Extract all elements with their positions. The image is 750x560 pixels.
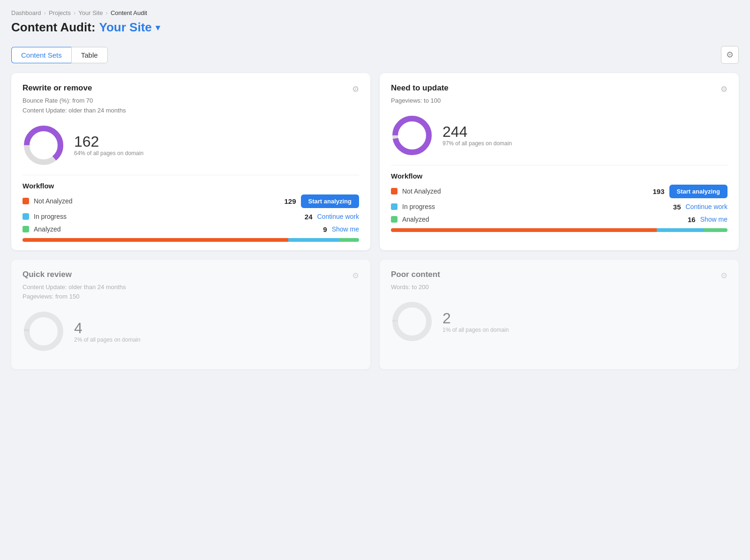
- wf-count-rewrite-or-remove-0: 129: [281, 197, 296, 205]
- wf-count-rewrite-or-remove-2: 9: [312, 225, 327, 233]
- card-desc-need-to-update: Pageviews: to 100: [391, 96, 728, 106]
- site-dropdown-chevron[interactable]: ▾: [156, 22, 160, 33]
- tab-content-sets[interactable]: Content Sets: [11, 47, 71, 63]
- wf-action-link-need-to-update-1[interactable]: Continue work: [686, 203, 728, 210]
- card-rewrite-or-remove: Rewrite or remove ⚙ Bounce Rate (%): fro…: [11, 73, 370, 250]
- donut-need-to-update: [391, 114, 433, 157]
- wf-count-need-to-update-2: 16: [681, 216, 696, 224]
- tab-table[interactable]: Table: [71, 47, 108, 63]
- workflow-row-rewrite-or-remove-1: In progress24Continue work: [22, 213, 359, 221]
- card-title-quick-review: Quick review: [22, 270, 72, 279]
- svg-point-4: [27, 314, 60, 348]
- start-analyzing-btn-need-to-update[interactable]: Start analyzing: [669, 185, 728, 198]
- stat-number-need-to-update: 244: [442, 124, 512, 140]
- stat-number-poor-content: 2: [442, 310, 509, 327]
- wf-label-need-to-update-2: Analyzed: [402, 216, 676, 223]
- start-analyzing-btn-rewrite-or-remove[interactable]: Start analyzing: [301, 194, 359, 208]
- workflow-row-need-to-update-1: In progress35Continue work: [391, 203, 728, 211]
- card-settings-icon-need-to-update[interactable]: ⚙: [720, 84, 728, 94]
- card-desc-poor-content: Words: to 200: [391, 283, 728, 292]
- wf-label-need-to-update-0: Not Analyzed: [402, 187, 645, 195]
- svg-point-6: [395, 305, 429, 338]
- breadcrumb-current: Content Audit: [111, 9, 147, 16]
- card-desc-quick-review: Content Update: older than 24 monthsPage…: [22, 283, 359, 302]
- stat-sub-quick-review: 2% of all pages on domain: [74, 336, 140, 343]
- progress-bar-need-to-update: [391, 228, 728, 232]
- card-title-need-to-update: Need to update: [391, 83, 449, 93]
- wf-label-rewrite-or-remove-0: Not Analyzed: [34, 197, 277, 205]
- tabs-row: Content Sets Table ⚙: [11, 46, 739, 64]
- wf-action-link-rewrite-or-remove-2[interactable]: Show me: [332, 225, 359, 233]
- pb-red-rewrite-or-remove: [22, 238, 288, 242]
- donut-quick-review: [22, 310, 65, 352]
- pb-green-need-to-update: [704, 228, 728, 232]
- wf-count-rewrite-or-remove-1: 24: [298, 213, 313, 221]
- card-settings-icon-poor-content[interactable]: ⚙: [720, 271, 728, 281]
- breadcrumb-dashboard[interactable]: Dashboard: [11, 9, 41, 16]
- workflow-row-rewrite-or-remove-2: Analyzed9Show me: [22, 225, 359, 233]
- pb-blue-rewrite-or-remove: [288, 238, 339, 242]
- breadcrumb-yoursite[interactable]: Your Site: [78, 9, 103, 16]
- wf-dot-need-to-update-1: [391, 203, 398, 210]
- settings-icon: ⚙: [726, 50, 734, 60]
- tab-group: Content Sets Table: [11, 47, 108, 63]
- stat-number-quick-review: 4: [74, 320, 140, 336]
- wf-dot-rewrite-or-remove-0: [22, 198, 29, 204]
- pb-blue-need-to-update: [657, 228, 704, 232]
- card-desc-rewrite-or-remove: Bounce Rate (%): from 70Content Update: …: [22, 96, 359, 116]
- stat-sub-need-to-update: 97% of all pages on domain: [442, 140, 512, 147]
- wf-count-need-to-update-0: 193: [650, 187, 665, 195]
- stat-sub-rewrite-or-remove: 64% of all pages on domain: [74, 150, 143, 157]
- stat-number-rewrite-or-remove: 162: [74, 134, 143, 150]
- page-title: Content Audit: Your Site ▾: [11, 20, 739, 35]
- card-title-rewrite-or-remove: Rewrite or remove: [22, 83, 92, 93]
- cards-grid: Rewrite or remove ⚙ Bounce Rate (%): fro…: [11, 73, 739, 369]
- progress-bar-rewrite-or-remove: [22, 238, 359, 242]
- workflow-title-rewrite-or-remove: Workflow: [22, 182, 359, 190]
- card-quick-review: Quick review ⚙ Content Update: older tha…: [11, 260, 370, 370]
- card-poor-content: Poor content ⚙ Words: to 200 2 1% of all…: [380, 260, 739, 370]
- card-title-poor-content: Poor content: [391, 270, 440, 279]
- workflow-row-need-to-update-0: Not Analyzed193Start analyzing: [391, 185, 728, 198]
- wf-label-rewrite-or-remove-2: Analyzed: [34, 225, 308, 233]
- wf-dot-need-to-update-0: [391, 188, 398, 194]
- card-settings-icon-rewrite-or-remove[interactable]: ⚙: [352, 84, 359, 94]
- workflow-row-need-to-update-2: Analyzed16Show me: [391, 216, 728, 224]
- site-name[interactable]: Your Site: [99, 20, 152, 35]
- pb-green-rewrite-or-remove: [339, 238, 359, 242]
- breadcrumb-projects[interactable]: Projects: [49, 9, 71, 16]
- workflow-title-need-to-update: Workflow: [391, 172, 728, 180]
- card-need-to-update: Need to update ⚙ Pageviews: to 100 244 9…: [380, 73, 739, 250]
- wf-label-rewrite-or-remove-1: In progress: [34, 213, 293, 220]
- donut-rewrite-or-remove: [22, 124, 65, 166]
- wf-action-link-need-to-update-2[interactable]: Show me: [700, 216, 728, 223]
- wf-dot-need-to-update-2: [391, 216, 398, 223]
- workflow-row-rewrite-or-remove-0: Not Analyzed129Start analyzing: [22, 194, 359, 208]
- breadcrumb: Dashboard › Projects › Your Site › Conte…: [11, 9, 739, 16]
- wf-dot-rewrite-or-remove-2: [22, 226, 29, 232]
- global-settings-button[interactable]: ⚙: [721, 46, 739, 64]
- wf-count-need-to-update-1: 35: [666, 203, 681, 211]
- wf-label-need-to-update-1: In progress: [402, 203, 661, 210]
- page-title-prefix: Content Audit:: [11, 20, 96, 35]
- pb-red-need-to-update: [391, 228, 657, 232]
- card-settings-icon-quick-review[interactable]: ⚙: [352, 271, 359, 281]
- donut-poor-content: [391, 300, 433, 343]
- wf-action-link-rewrite-or-remove-1[interactable]: Continue work: [317, 213, 360, 220]
- stat-sub-poor-content: 1% of all pages on domain: [442, 327, 509, 333]
- svg-point-3: [395, 119, 429, 152]
- wf-dot-rewrite-or-remove-1: [22, 213, 29, 220]
